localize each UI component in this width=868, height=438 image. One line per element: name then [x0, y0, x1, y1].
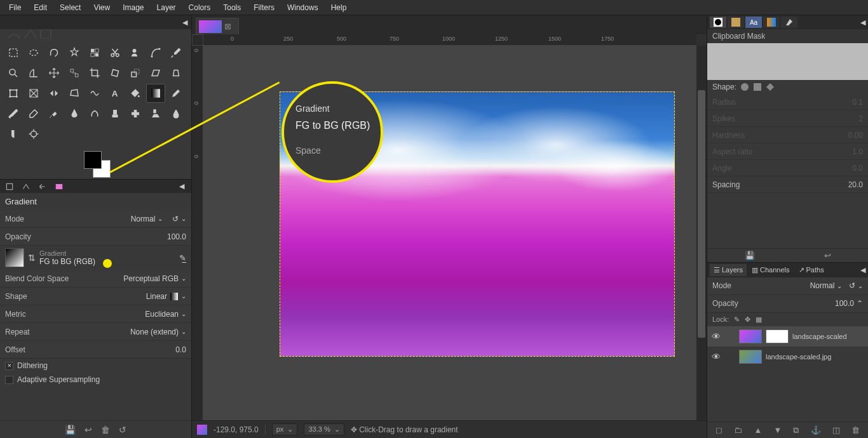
duplicate-layer-icon[interactable]: ⧉: [793, 425, 799, 435]
edit-gradient-icon[interactable]: ✎̲: [179, 253, 186, 263]
layer-mask-thumbnail[interactable]: [766, 329, 789, 343]
fg-color-swatch[interactable]: [84, 151, 102, 169]
layer-thumbnail[interactable]: [739, 350, 762, 364]
shape-option[interactable]: Shape Linear ⌄: [0, 288, 191, 305]
ellipse-select-tool[interactable]: [24, 43, 43, 62]
measure-tool[interactable]: [24, 63, 43, 83]
shape-square-icon[interactable]: [753, 83, 762, 91]
shape-diamond-icon[interactable]: [766, 83, 775, 91]
raise-layer-icon[interactable]: ▲: [754, 425, 762, 435]
unified-transform-tool[interactable]: [4, 84, 23, 103]
cage-tool[interactable]: [65, 84, 84, 103]
panel-config-icon[interactable]: ◀: [860, 266, 865, 274]
layer-name[interactable]: landscape-scaled.jpg: [766, 353, 831, 361]
menu-help[interactable]: Help: [325, 1, 353, 15]
layers-tab[interactable]: ☰ Layers: [710, 264, 747, 276]
blur-tool[interactable]: [166, 104, 186, 123]
menu-layer[interactable]: Layer: [151, 1, 182, 15]
ink-tool[interactable]: [65, 104, 84, 123]
smudge-tool[interactable]: [4, 124, 23, 143]
layer-visibility-icon[interactable]: 👁: [711, 331, 721, 342]
flip-tool[interactable]: [44, 84, 64, 103]
align-tool[interactable]: [65, 63, 84, 83]
revert-brush-icon[interactable]: ↩: [824, 251, 831, 260]
dithering-checkbox[interactable]: ✕ Dithering: [0, 359, 191, 373]
save-preset-icon[interactable]: 💾: [65, 425, 76, 435]
unit-dropdown[interactable]: px ⌄: [272, 423, 298, 435]
patterns-tab[interactable]: [728, 17, 744, 28]
horizontal-ruler[interactable]: 02505007501000125015001750: [203, 34, 696, 46]
zoom-tool[interactable]: [4, 63, 23, 83]
menu-tools[interactable]: Tools: [217, 1, 247, 15]
delete-layer-icon[interactable]: 🗑: [851, 425, 860, 435]
color-select-tool[interactable]: [85, 43, 104, 62]
layer-row[interactable]: 👁 landscape-scaled.jpg: [707, 347, 868, 367]
dodge-tool[interactable]: [24, 124, 43, 143]
save-brush-icon[interactable]: 💾: [745, 251, 755, 260]
channels-tab[interactable]: ▥ Channels: [748, 264, 793, 276]
lock-position-icon[interactable]: ✥: [745, 315, 750, 324]
device-status-tab[interactable]: [20, 182, 32, 192]
delete-preset-icon[interactable]: 🗑: [101, 425, 110, 435]
blend-space-option[interactable]: Blend Color Space Perceptual RGB ⌄: [0, 270, 191, 288]
menu-windows[interactable]: Windows: [281, 1, 325, 15]
free-select-tool[interactable]: [44, 43, 64, 62]
status-thumb[interactable]: [197, 425, 207, 435]
new-group-icon[interactable]: 🗀: [734, 425, 742, 435]
scrollbar-thumb[interactable]: [698, 90, 705, 338]
ruler-corner[interactable]: [192, 34, 203, 46]
move-tool[interactable]: [44, 63, 64, 83]
bucket-fill-tool[interactable]: [126, 84, 145, 103]
menu-select[interactable]: Select: [53, 1, 87, 15]
panel-config-icon[interactable]: ◀: [176, 182, 187, 192]
image-tab[interactable]: ⊠: [196, 18, 239, 34]
menu-view[interactable]: View: [87, 1, 116, 15]
perspective-clone-tool[interactable]: [146, 104, 165, 123]
scissors-tool[interactable]: [105, 43, 125, 62]
foreground-select-tool[interactable]: [126, 43, 145, 62]
tool-options-tab[interactable]: [4, 182, 15, 192]
heal-tool[interactable]: [126, 104, 145, 123]
vertical-ruler[interactable]: 000: [192, 46, 203, 420]
zoom-dropdown[interactable]: 33.3 % ⌄: [304, 423, 344, 435]
mode-option[interactable]: Mode Normal ⌄ ↺ ⌄: [0, 210, 191, 228]
offset-option[interactable]: Offset 0.0: [0, 341, 191, 359]
fuzzy-select-tool[interactable]: [65, 43, 84, 62]
eraser-tool[interactable]: [24, 104, 43, 123]
close-tab-icon[interactable]: ⊠: [224, 22, 231, 31]
lock-pixels-icon[interactable]: ✎: [734, 315, 740, 324]
vertical-scrollbar[interactable]: [696, 46, 707, 420]
layer-visibility-icon[interactable]: 👁: [711, 352, 721, 362]
gradient-selector[interactable]: ⇅ Gradient FG to BG (RGB) ✎̲: [0, 246, 191, 270]
menu-colors[interactable]: Colors: [182, 1, 217, 15]
panel-menu-icon[interactable]: ◀: [182, 18, 187, 27]
merge-layer-icon[interactable]: ⚓: [811, 425, 821, 435]
gradient-tool[interactable]: [146, 84, 165, 103]
brushes-tab[interactable]: [710, 17, 726, 28]
rect-select-tool[interactable]: [4, 43, 23, 62]
warp-tool[interactable]: [85, 84, 104, 103]
fonts-tab[interactable]: Aa: [745, 17, 762, 28]
undo-history-tab[interactable]: [37, 182, 48, 192]
menu-edit[interactable]: Edit: [27, 1, 53, 15]
reverse-gradient-icon[interactable]: ⇅: [28, 253, 36, 263]
crop-tool[interactable]: [85, 63, 104, 83]
layer-mode-option[interactable]: Mode Normal ⌄ ↺ ⌄: [707, 277, 868, 295]
handle-transform-tool[interactable]: [24, 84, 43, 103]
scale-tool[interactable]: [126, 63, 145, 83]
shape-circle-icon[interactable]: [740, 83, 749, 91]
menu-filters[interactable]: Filters: [247, 1, 281, 15]
adaptive-checkbox[interactable]: Adaptive Supersampling: [0, 373, 191, 387]
clone-tool[interactable]: [105, 104, 125, 123]
mypaint-tool[interactable]: [85, 104, 104, 123]
reset-preset-icon[interactable]: ↺: [119, 425, 126, 435]
airbrush-tool[interactable]: [44, 104, 64, 123]
restore-preset-icon[interactable]: ↩: [85, 425, 92, 435]
menu-file[interactable]: File: [3, 1, 27, 15]
repeat-option[interactable]: Repeat None (extend) ⌄: [0, 323, 191, 341]
gradients-tab[interactable]: [763, 17, 780, 28]
mask-layer-icon[interactable]: ◫: [832, 425, 840, 435]
shear-tool[interactable]: [146, 63, 165, 83]
spacing-option[interactable]: Spacing20.0: [707, 176, 868, 193]
images-tab[interactable]: [53, 182, 65, 192]
